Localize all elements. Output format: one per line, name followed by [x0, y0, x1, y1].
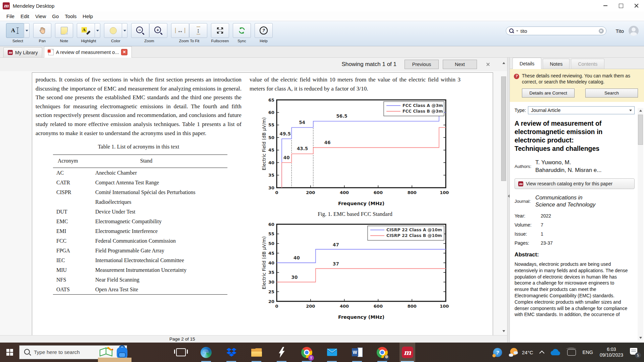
table-row: DUTDevice Under Test — [53, 207, 227, 217]
file-explorer-button[interactable] — [249, 343, 264, 362]
tab-document[interactable]: A review of measurement o... — [44, 46, 132, 58]
show-hidden-icons-button[interactable] — [539, 350, 544, 356]
issue-value[interactable]: 1 — [541, 231, 543, 237]
scroll-down-button[interactable] — [501, 328, 506, 334]
svg-text:200: 200 — [306, 190, 315, 195]
minimize-button[interactable] — [598, 0, 613, 11]
pages-value[interactable]: 23-37 — [541, 240, 553, 246]
menu-item-edit[interactable]: Edit — [17, 13, 32, 19]
journal-value[interactable]: Communications in Science and Technology — [535, 194, 595, 208]
svg-text:55: 55 — [268, 231, 274, 236]
catalog-search-button[interactable]: Search — [585, 88, 638, 98]
mendeley-app-button[interactable]: m — [399, 343, 415, 362]
svg-text:0: 0 — [275, 304, 278, 309]
highlight-tool-dropdown[interactable] — [95, 23, 100, 38]
avatar[interactable] — [629, 26, 639, 36]
maximize-button[interactable] — [613, 0, 629, 11]
svg-text:FCC Class A @3m: FCC Class A @3m — [402, 103, 443, 108]
volume-value[interactable]: 7 — [541, 222, 543, 228]
clock[interactable]: 6:03 09/10/2023 — [600, 347, 623, 358]
svg-text:50: 50 — [268, 135, 274, 140]
column-header: Stand — [95, 158, 227, 164]
menu-item-go[interactable]: Go — [49, 13, 62, 19]
pan-tool-button[interactable] — [33, 23, 51, 38]
svg-text:20: 20 — [268, 299, 274, 304]
connect-display-icon[interactable] — [567, 349, 576, 356]
svg-text:45: 45 — [268, 147, 274, 153]
close-button[interactable] — [629, 0, 644, 11]
menu-item-help[interactable]: Help — [79, 13, 96, 19]
acronym-cell: AC — [53, 168, 95, 178]
volume-label: Volume: — [515, 222, 541, 228]
search-input[interactable] — [520, 28, 597, 34]
type-select[interactable]: Journal Article — [528, 106, 635, 114]
sync-button[interactable] — [233, 23, 251, 38]
highlight-tool-button[interactable]: A — [77, 23, 95, 38]
toolbar: A Select Pan Note A Highlight — [0, 21, 644, 46]
panel-tabs: Details Notes Contents — [510, 58, 644, 69]
tab-details[interactable]: Details — [513, 58, 541, 69]
mail-app-button[interactable] — [324, 343, 340, 362]
menu-item-tools[interactable]: Tools — [62, 13, 79, 19]
authors-value[interactable]: T. Yuwono, M. Baharuddin, N. Misran e... — [535, 159, 601, 174]
scroll-down-button[interactable] — [638, 335, 643, 341]
year-value[interactable]: 2022 — [541, 213, 551, 219]
details-correct-button[interactable]: Details are Correct — [522, 88, 575, 98]
select-tool-button[interactable]: A — [6, 23, 24, 38]
zoom-in-button[interactable]: + — [149, 23, 167, 38]
color-tool-button[interactable] — [104, 23, 122, 38]
previous-match-button[interactable]: Previous — [405, 60, 439, 69]
clear-search-icon[interactable] — [599, 28, 604, 34]
tab-contents[interactable]: Contents — [571, 59, 604, 69]
task-view-button[interactable] — [173, 343, 189, 362]
user-name[interactable]: Tito — [616, 28, 624, 34]
note-tool-button[interactable] — [55, 23, 73, 38]
help-app-icon[interactable]: ? — [493, 348, 502, 357]
svg-text:600: 600 — [373, 304, 382, 309]
weather-widget[interactable]: 24°C — [509, 348, 533, 357]
next-match-button[interactable]: Next — [443, 60, 477, 69]
start-button[interactable] — [0, 343, 19, 362]
panel-splitter[interactable] — [507, 58, 510, 343]
zoom-to-fit-group: ↔ ↕ Zoom To Fit — [171, 23, 207, 43]
menu-item-file[interactable]: File — [3, 13, 17, 19]
scroll-up-button[interactable] — [638, 108, 643, 113]
scroll-up-button[interactable] — [501, 60, 506, 66]
tab-my-library[interactable]: m My Library — [3, 47, 42, 57]
color-tool-dropdown[interactable] — [122, 23, 127, 38]
notification-center-button[interactable]: 5 — [630, 347, 640, 357]
zoom-out-button[interactable]: − — [131, 23, 149, 38]
type-value: Journal Article — [531, 108, 560, 113]
panel-scrollbar-thumb[interactable] — [638, 115, 643, 145]
fit-height-button[interactable]: ↕ — [189, 23, 207, 38]
edge-icon — [201, 347, 212, 358]
chevron-up-icon — [639, 110, 642, 112]
view-catalog-button[interactable]: m View research catalog entry for this p… — [515, 178, 635, 189]
find-close-button[interactable] — [486, 63, 490, 66]
svg-text:56.5: 56.5 — [336, 113, 347, 119]
dropbox-app-button[interactable] — [223, 343, 239, 362]
help-button[interactable]: ? — [255, 23, 273, 38]
fit-width-button[interactable]: ↔ — [171, 23, 189, 38]
language-indicator[interactable]: ENG — [583, 350, 593, 355]
menu-item-view[interactable]: View — [32, 13, 49, 19]
select-tool-dropdown[interactable] — [24, 23, 30, 38]
fullscreen-button[interactable] — [211, 23, 229, 38]
pdf-viewport: products. It consists of five sections i… — [0, 71, 500, 335]
svg-text:54: 54 — [299, 120, 305, 125]
taskbar-search[interactable]: Type here to search — [19, 345, 127, 359]
search-filter-caret-icon[interactable] — [516, 30, 518, 32]
file-explorer-icon — [251, 348, 262, 357]
tab-close-icon[interactable] — [121, 49, 127, 55]
tab-notes[interactable]: Notes — [543, 59, 570, 69]
paper-title[interactable]: A review of measurement of electromagnet… — [515, 119, 635, 153]
word-app-button[interactable]: W — [349, 343, 365, 362]
acronym-cell: EMI — [53, 226, 95, 236]
bolt-app-button[interactable] — [274, 343, 289, 362]
chrome-profile2-button[interactable] — [374, 343, 390, 362]
chrome-profile1-button[interactable]: T — [299, 343, 315, 362]
window-controls — [598, 0, 644, 11]
edge-app-button[interactable] — [198, 343, 214, 362]
pdf-scrollbar-thumb[interactable] — [501, 76, 506, 181]
onedrive-icon[interactable] — [550, 349, 560, 356]
